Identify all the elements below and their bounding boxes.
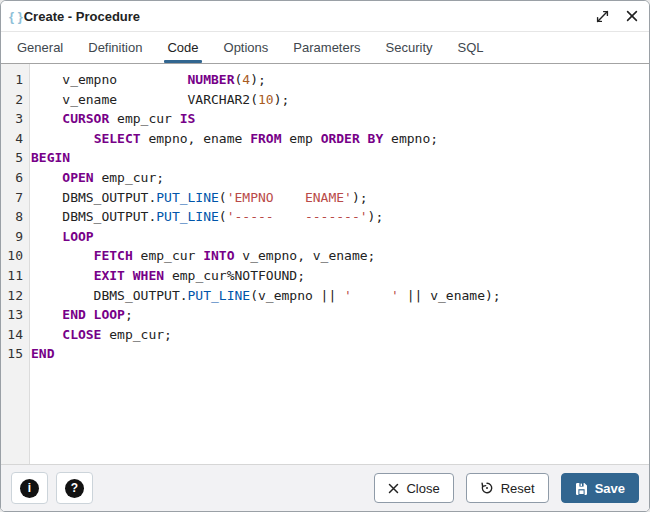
tab-bar: GeneralDefinitionCodeOptionsParametersSe… (1, 32, 649, 64)
line-number: 14 (1, 325, 29, 345)
dialog-header: { } Create - Procedure (1, 1, 649, 32)
line-number: 9 (1, 227, 29, 247)
line-number: 6 (1, 168, 29, 188)
tab-security[interactable]: Security (376, 32, 443, 63)
tab-code[interactable]: Code (157, 32, 208, 63)
code-line[interactable]: v_ename VARCHAR2(10); (31, 90, 649, 110)
create-procedure-dialog: { } Create - Procedure GeneralDefinition… (0, 0, 650, 512)
line-number: 5 (1, 148, 29, 168)
code-line[interactable]: DBMS_OUTPUT.PUT_LINE('----- -------'); (31, 207, 649, 227)
code-line[interactable]: DBMS_OUTPUT.PUT_LINE('EMPNO ENAME'); (31, 188, 649, 208)
code-line[interactable]: BEGIN (31, 148, 649, 168)
code-line[interactable]: EXIT WHEN emp_cur%NOTFOUND; (31, 266, 649, 286)
dialog-title: Create - Procedure (24, 9, 140, 24)
close-button-label: Close (406, 481, 439, 496)
code-line[interactable]: OPEN emp_cur; (31, 168, 649, 188)
tab-parameters[interactable]: Parameters (283, 32, 370, 63)
close-dialog-icon[interactable] (625, 9, 639, 23)
tab-options[interactable]: Options (214, 32, 279, 63)
line-number: 10 (1, 246, 29, 266)
expand-dialog-icon[interactable] (595, 9, 609, 23)
dialog-footer: i ? Close Reset (1, 464, 649, 511)
line-number: 4 (1, 129, 29, 149)
code-line[interactable]: DBMS_OUTPUT.PUT_LINE(v_empno || ' ' || v… (31, 286, 649, 306)
code-line[interactable]: LOOP (31, 227, 649, 247)
close-x-icon (388, 483, 399, 494)
help-icon: ? (65, 479, 84, 498)
line-number: 12 (1, 286, 29, 306)
tab-sql[interactable]: SQL (448, 32, 494, 63)
line-number: 3 (1, 109, 29, 129)
close-button[interactable]: Close (374, 473, 453, 503)
code-line[interactable]: CLOSE emp_cur; (31, 325, 649, 345)
info-icon: i (20, 479, 39, 498)
help-button[interactable]: ? (56, 472, 93, 504)
line-number: 7 (1, 188, 29, 208)
code-line[interactable]: END (31, 344, 649, 364)
tab-general[interactable]: General (7, 32, 73, 63)
line-number: 15 (1, 344, 29, 364)
line-number: 2 (1, 90, 29, 110)
code-line[interactable]: FETCH emp_cur INTO v_empno, v_ename; (31, 246, 649, 266)
save-button[interactable]: Save (561, 473, 639, 503)
procedure-braces-icon: { } (9, 9, 23, 24)
reset-icon (480, 481, 494, 495)
line-number: 1 (1, 70, 29, 90)
line-number: 13 (1, 305, 29, 325)
code-editor: 123456789101112131415 v_empno NUMBER(4);… (1, 64, 649, 464)
code-line[interactable]: END LOOP; (31, 305, 649, 325)
save-button-label: Save (595, 481, 625, 496)
info-button[interactable]: i (11, 472, 48, 504)
reset-button[interactable]: Reset (466, 473, 549, 503)
code-line[interactable]: SELECT empno, ename FROM emp ORDER BY em… (31, 129, 649, 149)
reset-button-label: Reset (501, 481, 535, 496)
line-number: 8 (1, 207, 29, 227)
line-number-gutter: 123456789101112131415 (1, 64, 30, 464)
tab-definition[interactable]: Definition (78, 32, 152, 63)
save-floppy-icon (575, 482, 588, 495)
line-number: 11 (1, 266, 29, 286)
code-content[interactable]: v_empno NUMBER(4); v_ename VARCHAR2(10);… (30, 64, 649, 464)
code-line[interactable]: v_empno NUMBER(4); (31, 70, 649, 90)
code-line[interactable]: CURSOR emp_cur IS (31, 109, 649, 129)
